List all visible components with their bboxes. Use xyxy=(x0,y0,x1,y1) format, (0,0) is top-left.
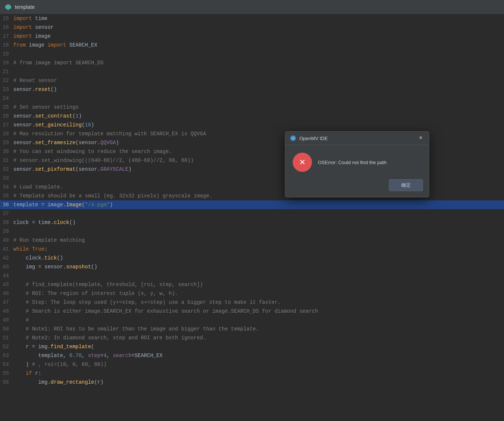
line-content: # Reset sensor xyxy=(13,76,504,85)
line-number: 51 xyxy=(0,333,13,342)
line-number: 27 xyxy=(0,120,13,129)
line-number: 29 xyxy=(0,138,13,147)
line-content: img = sensor.snapshot() xyxy=(13,262,504,271)
code-line: 39 xyxy=(0,227,504,236)
line-content xyxy=(13,227,504,236)
code-line: 20# from image import SEARCH_DS xyxy=(0,58,504,67)
line-number: 39 xyxy=(0,227,13,236)
line-content: img.draw_rectangle(r) xyxy=(13,378,504,387)
line-content: import image xyxy=(13,32,504,41)
title-bar: template xyxy=(0,0,504,14)
line-content: # ROI: The region of interest tuple (x, … xyxy=(13,289,504,298)
line-number: 43 xyxy=(0,262,13,271)
error-dialog[interactable]: OpenMV IDE × ✕ OSError: Could not find t… xyxy=(285,131,429,197)
code-line: 55 if r: xyxy=(0,369,504,378)
code-line: 27sensor.set_gainceiling(16) xyxy=(0,120,504,129)
code-line: 22# Reset sensor xyxy=(0,76,504,85)
line-content: import time xyxy=(13,14,504,23)
line-number: 46 xyxy=(0,289,13,298)
line-content: clock = time.clock() xyxy=(13,218,504,227)
line-content: # Template should be a small (eg. 32x32 … xyxy=(13,191,504,200)
svg-marker-0 xyxy=(5,4,11,10)
line-number: 33 xyxy=(0,174,13,183)
line-number: 16 xyxy=(0,23,13,32)
line-number: 23 xyxy=(0,85,13,94)
code-line: 51 # Note2: In diamond search, step and … xyxy=(0,333,504,342)
line-content: import sensor xyxy=(13,23,504,32)
line-number: 20 xyxy=(0,58,13,67)
line-content: template = image.Image("/4.pgm") xyxy=(13,200,504,209)
line-content xyxy=(13,271,504,280)
line-content: sensor.set_pixformat(sensor.GRAYSCALE) xyxy=(13,165,504,174)
code-lines: 15import time16import sensor17import ima… xyxy=(0,14,504,387)
line-number: 37 xyxy=(0,209,13,218)
close-button[interactable]: × xyxy=(417,135,424,142)
code-line: 45 # find_template(template, threshold, … xyxy=(0,280,504,289)
code-line: 26sensor.set_contrast(1) xyxy=(0,112,504,120)
line-number: 32 xyxy=(0,165,13,174)
openmv-icon xyxy=(290,135,296,142)
line-content: r = img.find_template( xyxy=(13,342,504,351)
line-content: sensor.set_gainceiling(16) xyxy=(13,120,504,129)
line-number: 26 xyxy=(0,112,13,120)
line-number: 17 xyxy=(0,32,13,41)
code-line: 21 xyxy=(0,67,504,76)
line-content: # Load template. xyxy=(13,183,504,191)
line-number: 30 xyxy=(0,147,13,156)
line-content: clock.tick() xyxy=(13,254,504,262)
code-line: 23sensor.reset() xyxy=(0,85,504,94)
line-number: 47 xyxy=(0,298,13,307)
line-content: from image import SEARCH_EX xyxy=(13,41,504,50)
line-content xyxy=(13,50,504,58)
line-number: 42 xyxy=(0,254,13,262)
line-content: # Run template matching xyxy=(13,236,504,245)
line-content: while True: xyxy=(13,245,504,254)
line-content: # Note2: In diamond search, step and ROI… xyxy=(13,333,504,342)
code-line: 47 # Step: The loop step used (y+=step, … xyxy=(0,298,504,307)
line-number: 40 xyxy=(0,236,13,245)
error-icon: ✕ xyxy=(293,153,312,172)
line-content: sensor.reset() xyxy=(13,85,504,94)
ok-button[interactable]: 确定 xyxy=(389,179,423,191)
line-content: # Search is either image.SEARCH_EX for e… xyxy=(13,307,504,316)
window-title: template xyxy=(15,4,35,10)
code-line: 56 img.draw_rectangle(r) xyxy=(0,378,504,387)
line-content: # find_template(template, threshold, [ro… xyxy=(13,280,504,289)
line-content xyxy=(13,67,504,76)
code-line: 18from image import SEARCH_EX xyxy=(0,41,504,50)
dialog-title: OpenMV IDE xyxy=(299,136,414,141)
svg-point-3 xyxy=(292,137,294,139)
line-content: # xyxy=(13,316,504,325)
line-content: # from image import SEARCH_DS xyxy=(13,58,504,67)
line-number: 44 xyxy=(0,271,13,280)
line-content: sensor.set_framesize(sensor.QQVGA) xyxy=(13,138,504,147)
code-line: 25# Set sensor settings xyxy=(0,103,504,112)
dialog-body: ✕ OSError: Could not find the path xyxy=(285,145,429,176)
code-line: 17import image xyxy=(0,32,504,41)
line-number: 22 xyxy=(0,76,13,85)
code-line: 54 ) # , roi=(10, 0, 60, 60)) xyxy=(0,360,504,369)
line-number: 36 xyxy=(0,200,13,209)
line-content: # Max resolution for template matching w… xyxy=(13,129,504,138)
app-icon xyxy=(4,3,12,11)
line-number: 41 xyxy=(0,245,13,254)
line-content xyxy=(13,209,504,218)
line-content: if r: xyxy=(13,369,504,378)
line-number: 19 xyxy=(0,50,13,58)
line-content: # Set sensor settings xyxy=(13,103,504,112)
line-content: ) # , roi=(10, 0, 60, 60)) xyxy=(13,360,504,369)
line-content: # sensor.set_windowing(((640-80)//2, (48… xyxy=(13,156,504,165)
error-message: OSError: Could not find the path xyxy=(318,160,387,165)
code-line: 19 xyxy=(0,50,504,58)
line-number: 56 xyxy=(0,378,13,387)
line-content: # Step: The loop step used (y+=step, x+=… xyxy=(13,298,504,307)
line-number: 55 xyxy=(0,369,13,378)
code-line: 16import sensor xyxy=(0,23,504,32)
code-line: 41while True: xyxy=(0,245,504,254)
line-number: 38 xyxy=(0,218,13,227)
line-content: # Note1: ROI has to be smaller than the … xyxy=(13,325,504,333)
line-number: 53 xyxy=(0,351,13,360)
line-number: 34 xyxy=(0,183,13,191)
dialog-footer: 确定 xyxy=(285,176,429,197)
line-content xyxy=(13,174,504,183)
